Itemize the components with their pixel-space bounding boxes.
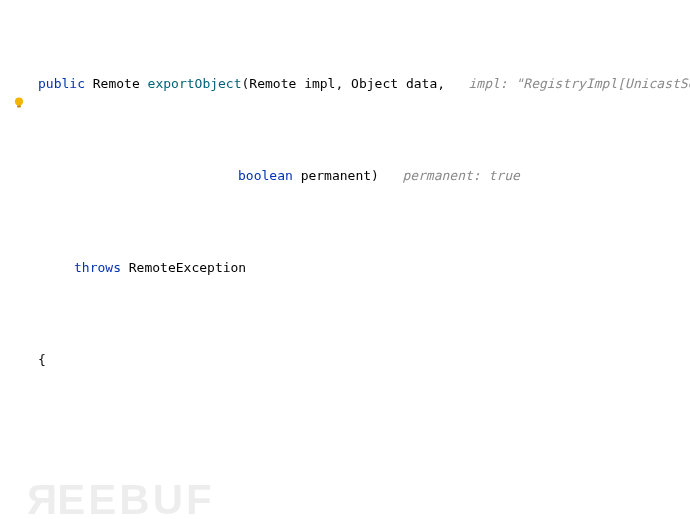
- code-line[interactable]: public Remote exportObject(Remote impl, …: [10, 72, 690, 95]
- svg-rect-1: [17, 105, 21, 107]
- type: Object: [351, 76, 398, 91]
- code-line[interactable]: [10, 440, 690, 463]
- gutter: [0, 0, 10, 519]
- param: data: [406, 76, 437, 91]
- code-line[interactable]: boolean permanent) permanent: true: [10, 164, 690, 187]
- keyword: boolean: [238, 168, 293, 183]
- intention-bulb-icon[interactable]: [12, 96, 26, 110]
- inlay-hint: impl: "RegistryImpl[UnicastSer: [469, 76, 690, 91]
- svg-point-0: [15, 97, 23, 105]
- code-editor[interactable]: public Remote exportObject(Remote impl, …: [0, 0, 690, 519]
- type: Remote: [249, 76, 296, 91]
- inlay-hint: permanent: true: [402, 168, 519, 183]
- type: Remote: [93, 76, 140, 91]
- code-line[interactable]: {: [10, 348, 690, 371]
- param: impl: [304, 76, 335, 91]
- method-name: exportObject: [148, 76, 242, 91]
- param: permanent: [301, 168, 371, 183]
- keyword: public: [38, 76, 85, 91]
- brace: {: [38, 352, 46, 367]
- keyword: throws: [74, 260, 121, 275]
- type: RemoteException: [129, 260, 246, 275]
- code-line[interactable]: throws RemoteException: [10, 256, 690, 279]
